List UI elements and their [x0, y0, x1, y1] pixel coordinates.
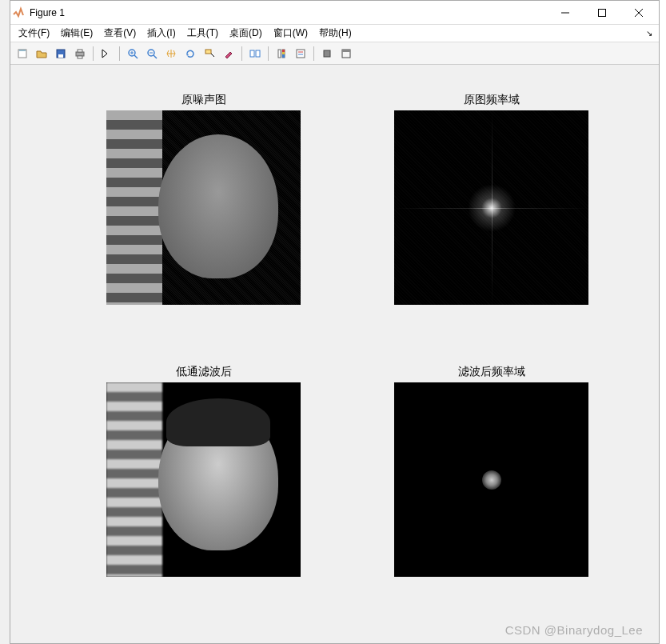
menu-file[interactable]: 文件(F) — [14, 25, 54, 42]
zoom-out-button[interactable] — [143, 45, 161, 62]
subplot-1-title: 原噪声图 — [106, 93, 301, 107]
background-fragments — [0, 0, 10, 644]
brush-button[interactable] — [220, 45, 237, 62]
figure-content: 原噪声图 原图频率域 低通滤波后 滤波后频率域 CSDN @Binarydog_… — [10, 65, 659, 643]
subplot-1: 原噪声图 — [106, 93, 301, 307]
subplot-4-title: 滤波后频率域 — [394, 365, 588, 379]
open-button[interactable] — [33, 45, 50, 62]
titlebar: Figure 1 — [10, 1, 659, 25]
dock-button[interactable] — [337, 45, 355, 62]
menubar: 文件(F) 编辑(E) 查看(V) 插入(I) 工具(T) 桌面(D) 窗口(W… — [10, 25, 659, 42]
new-figure-button[interactable] — [14, 45, 31, 62]
menu-insert[interactable]: 插入(I) — [142, 25, 180, 42]
menu-help[interactable]: 帮助(H) — [314, 25, 357, 42]
svg-line-15 — [154, 55, 157, 58]
subplot-4: 滤波后频率域 — [394, 365, 588, 579]
subplot-2: 原图频率域 — [394, 93, 588, 307]
svg-rect-9 — [78, 56, 82, 58]
menu-window[interactable]: 窗口(W) — [269, 25, 313, 42]
svg-line-11 — [134, 55, 138, 58]
menu-view[interactable]: 查看(V) — [99, 25, 141, 42]
edit-plot-button[interactable] — [98, 45, 115, 62]
menu-edit[interactable]: 编辑(E) — [56, 25, 98, 42]
svg-rect-19 — [250, 50, 254, 57]
svg-rect-1 — [599, 9, 606, 16]
toolbar-separator — [93, 46, 94, 61]
spectrum-original — [394, 110, 588, 305]
subplot-3-title: 低通滤波后 — [106, 365, 301, 379]
svg-rect-24 — [282, 52, 285, 54]
watermark: CSDN @Binarydog_Lee — [505, 623, 643, 637]
menu-desktop[interactable]: 桌面(D) — [225, 25, 267, 42]
toolbar-separator — [241, 46, 242, 61]
noisy-image — [106, 110, 301, 305]
close-button[interactable] — [620, 2, 657, 24]
svg-line-18 — [211, 54, 214, 57]
minimize-button[interactable] — [547, 2, 584, 24]
menu-tools[interactable]: 工具(T) — [182, 25, 223, 42]
data-cursor-button[interactable] — [201, 45, 218, 62]
zoom-in-button[interactable] — [124, 45, 142, 62]
svg-rect-25 — [282, 54, 285, 58]
svg-rect-20 — [256, 50, 260, 57]
link-button[interactable] — [246, 45, 264, 62]
svg-rect-29 — [324, 50, 330, 57]
spectrum-filtered — [394, 382, 588, 577]
svg-rect-8 — [78, 50, 82, 52]
svg-rect-21 — [278, 50, 281, 58]
legend-button[interactable] — [292, 45, 309, 62]
toolbar-separator — [268, 46, 269, 61]
svg-rect-17 — [205, 50, 211, 54]
matlab-icon — [12, 6, 25, 19]
subplot-2-title: 原图频率域 — [394, 93, 588, 107]
filtered-image — [106, 382, 301, 577]
pan-button[interactable] — [162, 45, 180, 62]
svg-rect-31 — [342, 50, 350, 52]
colorbar-button[interactable] — [273, 45, 290, 62]
toolbar — [10, 42, 659, 65]
figure-window: Figure 1 文件(F) 编辑(E) 查看(V) 插入(I) 工具(T) 桌… — [10, 0, 660, 644]
menu-corner-icon[interactable]: ↘ — [646, 29, 656, 38]
subplot-3: 低通滤波后 — [106, 365, 301, 579]
save-button[interactable] — [52, 45, 70, 62]
toolbar-separator — [119, 46, 120, 61]
rotate-button[interactable] — [181, 45, 199, 62]
print-button[interactable] — [71, 45, 89, 62]
svg-rect-6 — [58, 54, 63, 58]
maximize-button[interactable] — [584, 2, 620, 24]
window-title: Figure 1 — [30, 7, 547, 18]
svg-rect-23 — [282, 50, 285, 52]
window-buttons — [547, 2, 657, 24]
toolbar-separator — [313, 46, 314, 61]
svg-rect-26 — [297, 50, 305, 58]
svg-rect-7 — [76, 52, 84, 56]
hide-tools-button[interactable] — [318, 45, 336, 62]
